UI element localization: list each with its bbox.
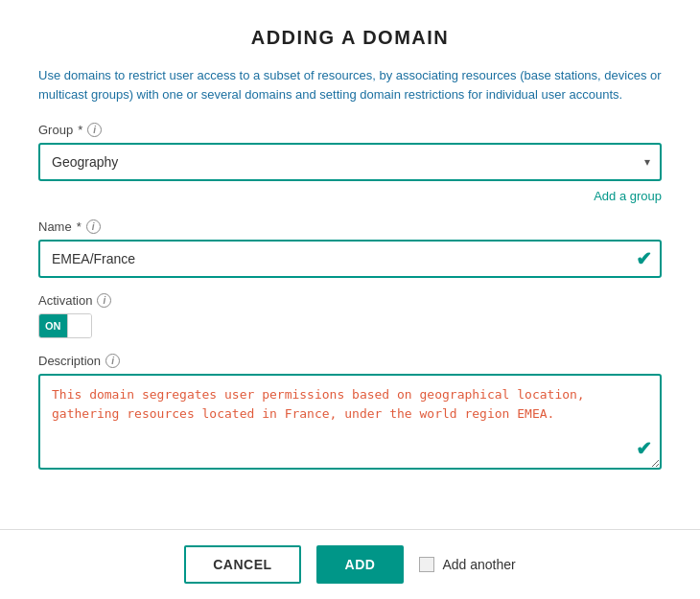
add-group-link-container: Add a group [38,187,662,204]
name-label: Name* i [38,219,662,234]
description-textarea-wrapper: This domain segregates user permissions … [38,374,662,473]
name-input[interactable] [38,240,662,278]
description-field-section: Description i This domain segregates use… [38,354,662,473]
group-label: Group* i [38,123,662,137]
add-another-checkbox[interactable] [419,557,434,572]
add-another-container[interactable]: Add another [419,557,515,572]
main-content: ADDING A DOMAIN Use domains to restrict … [0,0,700,529]
name-info-icon[interactable]: i [86,219,101,234]
page-title: ADDING A DOMAIN [38,27,662,49]
activation-info-icon[interactable]: i [97,293,111,308]
footer: CANCEL ADD Add another [0,529,700,599]
activation-label-text: Activation [38,293,92,308]
toggle-container: ON [38,313,662,338]
description-label: Description i [38,354,662,368]
name-check-icon: ✔ [636,247,652,270]
description-info-icon[interactable]: i [105,354,120,368]
activation-toggle[interactable]: ON [38,313,92,338]
cancel-button[interactable]: CANCEL [184,545,300,584]
group-select[interactable]: Geography Region Department [38,143,662,181]
description-textarea[interactable]: This domain segregates user permissions … [38,374,662,470]
activation-label: Activation i [38,293,662,308]
toggle-on-label: ON [39,314,67,337]
group-field-section: Group* i Geography Region Department ▾ A… [38,123,662,204]
group-required-star: * [78,123,82,137]
name-field-section: Name* i ✔ [38,219,662,278]
add-another-label: Add another [442,557,515,572]
group-label-text: Group [38,123,73,137]
name-input-wrapper: ✔ [38,240,662,278]
toggle-off-area [67,314,92,337]
add-group-link[interactable]: Add a group [594,189,662,203]
activation-field-section: Activation i ON [38,293,662,338]
add-button[interactable]: ADD [316,545,405,584]
description-label-text: Description [38,354,101,368]
name-required-star: * [77,219,82,234]
group-select-wrapper: Geography Region Department ▾ [38,143,662,181]
name-label-text: Name [38,219,72,234]
description-check-icon: ✔ [636,437,652,460]
description-text: Use domains to restrict user access to a… [38,66,662,104]
group-info-icon[interactable]: i [87,123,102,137]
